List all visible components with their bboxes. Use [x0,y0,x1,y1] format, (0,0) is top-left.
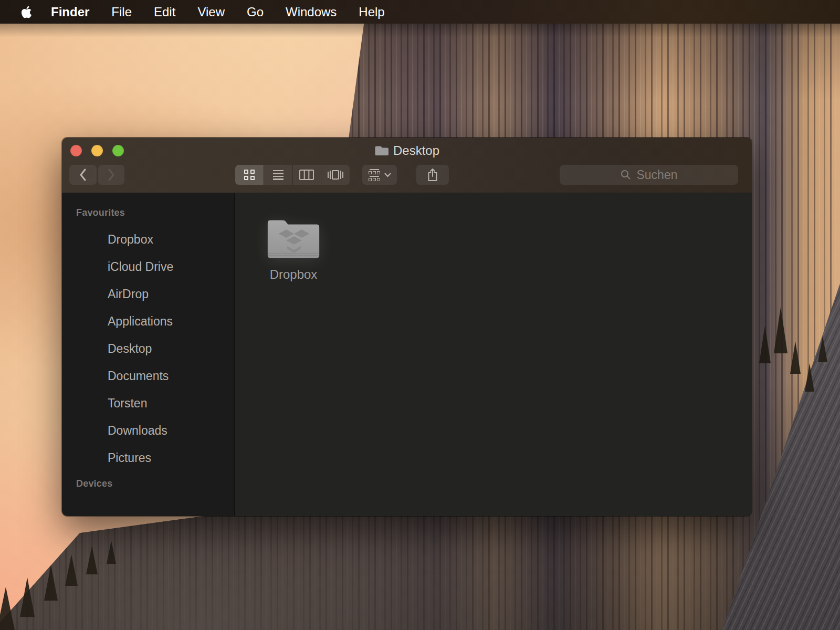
desktop: { "wallpaper": { "description": "Yosemit… [0,0,840,630]
sidebar-item-documents[interactable]: Documents [62,362,234,390]
search-input[interactable]: Suchen [560,165,738,185]
menu-bar: Finder File Edit View Go Windows Help [0,0,840,24]
menu-item-finder[interactable]: Finder [43,0,100,24]
close-button[interactable] [70,145,82,156]
sidebar-item-torsten[interactable]: Torsten [62,390,234,417]
list-view-icon [273,170,284,180]
column-view-icon [299,170,314,180]
chevron-left-icon [79,169,87,181]
file-item-label: Dropbox [270,267,318,282]
list-view-button[interactable] [264,165,292,185]
search-placeholder: Suchen [636,168,677,182]
forward-button[interactable] [98,165,124,185]
title-bar: Desktop [62,138,752,163]
menubar-shadow [0,24,840,37]
share-button[interactable] [416,165,449,185]
sidebar-item-applications[interactable]: Applications [62,308,234,335]
chevron-down-icon [384,173,391,177]
sidebar: Favourites Dropbox iCloud Drive AirDrop … [62,193,235,516]
folder-icon [374,145,388,156]
menu-item-edit[interactable]: Edit [143,0,186,24]
finder-window: Desktop [62,138,752,516]
menu-item-view[interactable]: View [186,0,236,24]
icon-view-button[interactable] [235,165,264,185]
file-view: Dropbox [235,193,752,516]
menu-item-help[interactable]: Help [348,0,395,24]
back-button[interactable] [69,165,97,185]
menu-item-go[interactable]: Go [236,0,275,24]
view-mode-control [235,165,350,185]
arrange-button[interactable] [362,165,397,185]
column-view-button[interactable] [292,165,321,185]
file-item-dropbox[interactable]: Dropbox [254,214,333,282]
window-title-text: Desktop [393,143,439,158]
chevron-right-icon [108,169,115,181]
search-icon [620,169,632,181]
menu-item-windows[interactable]: Windows [275,0,348,24]
sidebar-item-pictures[interactable]: Pictures [62,444,234,471]
window-body: Favourites Dropbox iCloud Drive AirDrop … [62,193,752,516]
window-header: Desktop [62,138,752,193]
toolbar: Suchen [62,163,752,193]
cover-flow-button[interactable] [321,165,350,185]
sidebar-section-devices: Devices [62,476,234,491]
share-icon [426,167,439,182]
menu-item-file[interactable]: File [100,0,143,24]
apple-menu[interactable] [0,0,43,24]
dropbox-folder-icon [264,214,323,263]
sidebar-item-desktop[interactable]: Desktop [62,335,234,362]
cover-flow-icon [327,169,344,181]
traffic-lights [70,145,124,156]
window-title: Desktop [374,143,439,158]
zoom-button[interactable] [112,145,124,156]
sidebar-item-dropbox[interactable]: Dropbox [62,226,234,253]
minimize-button[interactable] [91,145,103,156]
grid-view-icon [244,170,255,180]
sidebar-item-downloads[interactable]: Downloads [62,417,234,444]
sidebar-item-airdrop[interactable]: AirDrop [62,280,234,308]
apple-logo-icon [21,5,32,19]
sidebar-item-icloud-drive[interactable]: iCloud Drive [62,253,234,280]
arrange-groups-icon [369,169,380,181]
sidebar-section-favourites: Favourites [62,205,234,220]
sidebar-favourites-list: Dropbox iCloud Drive AirDrop Application… [62,226,234,471]
